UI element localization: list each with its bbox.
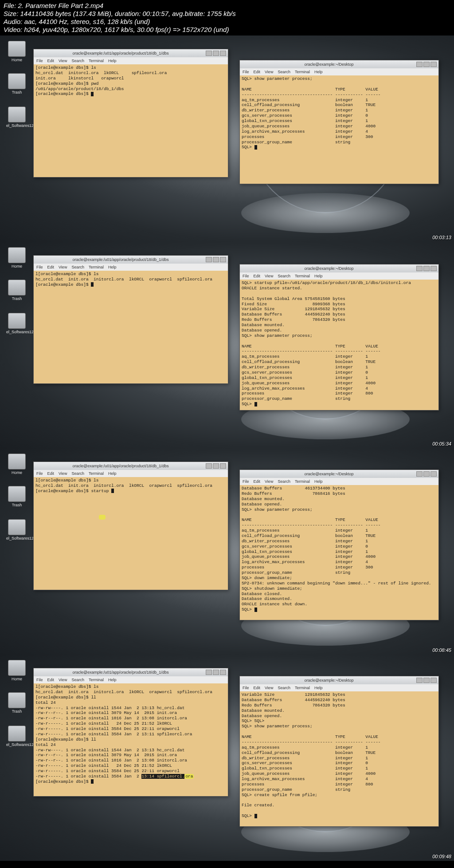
titlebar[interactable]: oracle@example:~/Desktop <box>240 676 438 684</box>
titlebar[interactable]: oracle@example:/u01/app/oracle/product/1… <box>34 668 228 676</box>
menu-edit[interactable]: Edit <box>47 471 55 476</box>
min-icon[interactable] <box>206 257 212 262</box>
menu-search[interactable]: Search <box>71 59 84 63</box>
menu-terminal[interactable]: Terminal <box>89 678 104 682</box>
terminal-right[interactable]: oracle@example:~/Desktop FileEditViewSea… <box>239 60 439 184</box>
menu-view[interactable]: View <box>265 274 273 278</box>
menu-search[interactable]: Search <box>71 265 84 269</box>
menu-help[interactable]: Help <box>314 274 323 278</box>
menu-file[interactable]: File <box>243 686 249 690</box>
desktop-icon-home[interactable]: Home <box>6 660 27 681</box>
menu-help[interactable]: Help <box>108 678 117 682</box>
close-icon[interactable] <box>431 266 437 271</box>
close-icon[interactable] <box>431 471 437 477</box>
desktop-icon-software[interactable]: el_Softwares12 <box>6 107 27 128</box>
desktop-icon-home[interactable]: Home <box>6 247 27 268</box>
close-icon[interactable] <box>220 463 226 469</box>
terminal-output[interactable]: l[oracle@example dbs]$ ls hc_orcl.dat in… <box>34 477 228 521</box>
terminal-left[interactable]: oracle@example:/u01/app/oracle/product/1… <box>33 49 228 178</box>
desktop-icon-home[interactable]: Home <box>6 41 27 62</box>
menu-terminal[interactable]: Terminal <box>89 59 104 63</box>
menu-edit[interactable]: Edit <box>254 70 261 74</box>
max-icon[interactable] <box>423 266 430 271</box>
titlebar[interactable]: oracle@example:~/Desktop <box>240 264 438 272</box>
menu-search[interactable]: Search <box>278 274 290 278</box>
titlebar[interactable]: oracle@example:/u01/app/oracle/product/1… <box>34 462 228 470</box>
terminal-output[interactable]: [oracle@example dbs]$ ls hc_orcl.dat ini… <box>34 64 228 98</box>
menu-edit[interactable]: Edit <box>47 678 55 682</box>
terminal-left[interactable]: oracle@example:/u01/app/oracle/product/1… <box>33 668 228 797</box>
menu-terminal[interactable]: Terminal <box>89 265 104 269</box>
desktop-icon-software[interactable]: el_Softwares12 <box>6 313 27 334</box>
menu-help[interactable]: Help <box>108 59 117 63</box>
menu-terminal[interactable]: Terminal <box>295 686 310 690</box>
menu-edit[interactable]: Edit <box>47 59 55 63</box>
menu-edit[interactable]: Edit <box>254 274 261 278</box>
menu-view[interactable]: View <box>59 265 67 269</box>
menu-file[interactable]: File <box>243 274 249 278</box>
menu-terminal[interactable]: Terminal <box>295 274 310 278</box>
titlebar[interactable]: oracle@example:/u01/app/oracle/product/1… <box>34 256 228 264</box>
close-icon[interactable] <box>220 670 226 675</box>
menu-terminal[interactable]: Terminal <box>295 70 310 74</box>
menu-edit[interactable]: Edit <box>47 265 55 269</box>
max-icon[interactable] <box>213 670 219 675</box>
terminal-output[interactable]: l[oracle@example dbs]$ ls hc_orcl.dat in… <box>34 271 228 288</box>
menu-search[interactable]: Search <box>278 686 290 690</box>
menu-help[interactable]: Help <box>108 265 117 269</box>
terminal-left[interactable]: oracle@example:/u01/app/oracle/product/1… <box>33 462 228 590</box>
terminal-right[interactable]: oracle@example:~/Desktop FileEditViewSea… <box>239 676 439 827</box>
menu-help[interactable]: Help <box>108 471 117 476</box>
menu-search[interactable]: Search <box>278 479 290 484</box>
menu-file[interactable]: File <box>36 59 43 63</box>
menu-help[interactable]: Help <box>314 686 323 690</box>
desktop-icon-software[interactable]: el_Softwares12 <box>6 519 27 541</box>
menu-file[interactable]: File <box>36 678 43 682</box>
terminal-output[interactable]: SQL> startup pfile=/u01/app/oracle/produ… <box>240 280 438 408</box>
menu-help[interactable]: Help <box>314 479 323 484</box>
menu-search[interactable]: Search <box>278 70 290 74</box>
menu-search[interactable]: Search <box>71 678 84 682</box>
close-icon[interactable] <box>220 51 226 56</box>
menu-file[interactable]: File <box>243 70 249 74</box>
max-icon[interactable] <box>213 463 219 469</box>
desktop-icon-trash[interactable]: Trash <box>6 486 27 507</box>
terminal-output[interactable]: SQL> show parameter process; NAME TYPE V… <box>240 75 438 151</box>
desktop-icon-trash[interactable]: Trash <box>6 73 27 95</box>
menu-view[interactable]: View <box>265 70 273 74</box>
max-icon[interactable] <box>423 62 430 67</box>
max-icon[interactable] <box>213 51 219 56</box>
menu-help[interactable]: Help <box>314 70 323 74</box>
max-icon[interactable] <box>423 471 430 477</box>
menu-search[interactable]: Search <box>71 471 84 476</box>
menu-view[interactable]: View <box>265 479 273 484</box>
menu-terminal[interactable]: Terminal <box>295 479 310 484</box>
menu-file[interactable]: File <box>36 471 43 476</box>
desktop-icon-home[interactable]: Home <box>6 454 27 475</box>
close-icon[interactable] <box>431 678 437 683</box>
terminal-output[interactable]: Variable Size 1291845632 bytes Database … <box>240 691 438 820</box>
menu-view[interactable]: View <box>59 678 67 682</box>
terminal-left[interactable]: oracle@example:/u01/app/oracle/product/1… <box>33 255 228 384</box>
menu-file[interactable]: File <box>243 479 249 484</box>
max-icon[interactable] <box>213 257 219 262</box>
desktop-icon-software[interactable]: el_Softwares12 <box>6 726 27 747</box>
titlebar[interactable]: oracle@example:~/Desktop <box>240 470 438 478</box>
min-icon[interactable] <box>416 471 423 477</box>
min-icon[interactable] <box>206 670 212 675</box>
min-icon[interactable] <box>206 51 212 56</box>
titlebar[interactable]: oracle@example:~/Desktop <box>240 60 438 68</box>
min-icon[interactable] <box>206 463 212 469</box>
terminal-right[interactable]: oracle@example:~/Desktop FileEditViewSea… <box>239 264 439 410</box>
menu-view[interactable]: View <box>59 59 67 63</box>
close-icon[interactable] <box>220 257 226 262</box>
menu-view[interactable]: View <box>265 686 273 690</box>
terminal-output[interactable]: l[oracle@example dbs]$ ls hc_orcl.dat in… <box>34 683 228 785</box>
terminal-output[interactable]: Database Buffers 4613734400 bytes Redo B… <box>240 485 438 613</box>
max-icon[interactable] <box>423 678 430 683</box>
menu-edit[interactable]: Edit <box>254 479 261 484</box>
desktop-icon-trash[interactable]: Trash <box>6 692 27 714</box>
desktop-icon-trash[interactable]: Trash <box>6 280 27 301</box>
min-icon[interactable] <box>416 266 423 271</box>
terminal-right[interactable]: oracle@example:~/Desktop FileEditViewSea… <box>239 470 439 620</box>
